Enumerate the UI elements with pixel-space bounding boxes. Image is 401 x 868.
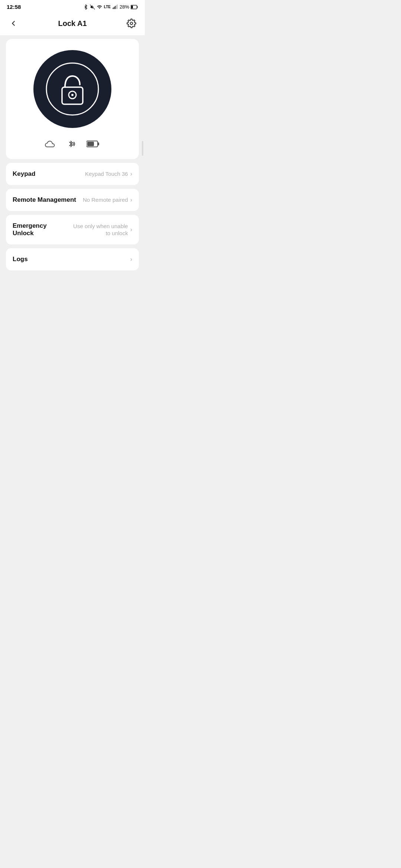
svg-point-9 xyxy=(130,22,133,25)
emergency-unlock-chevron: › xyxy=(130,226,132,233)
remote-management-chevron: › xyxy=(130,197,132,203)
svg-rect-2 xyxy=(114,7,114,9)
svg-rect-7 xyxy=(137,6,138,8)
svg-rect-15 xyxy=(98,142,99,145)
svg-rect-5 xyxy=(117,4,118,9)
keypad-chevron: › xyxy=(130,171,132,177)
mute-status-icon xyxy=(90,4,95,10)
page-title: Lock A1 xyxy=(58,19,87,28)
battery-icon xyxy=(131,5,138,9)
svg-rect-8 xyxy=(131,6,133,9)
wifi-status-icon xyxy=(97,4,102,10)
scrollbar xyxy=(142,141,143,156)
battery-percent-label: 28% xyxy=(120,4,129,10)
app-header: Lock A1 xyxy=(0,12,145,35)
remote-management-label: Remote Management xyxy=(13,196,76,204)
remote-management-value: No Remote paired xyxy=(83,196,128,204)
emergency-unlock-value: Use only when unable to unlock xyxy=(69,223,128,237)
emergency-unlock-right: Use only when unable to unlock › xyxy=(69,223,132,237)
lock-status-row xyxy=(45,140,100,148)
logs-label: Logs xyxy=(13,256,28,263)
svg-point-10 xyxy=(46,63,98,115)
keypad-menu-item[interactable]: Keypad Keypad Touch 36 › xyxy=(6,163,139,185)
logs-menu-item[interactable]: Logs › xyxy=(6,248,139,270)
signal-status-icon xyxy=(112,4,118,10)
svg-rect-1 xyxy=(113,7,114,9)
lock-card xyxy=(6,39,139,159)
emergency-unlock-menu-item[interactable]: Emergency Unlock Use only when unable to… xyxy=(6,215,139,244)
menu-section: Keypad Keypad Touch 36 › Remote Manageme… xyxy=(6,163,139,270)
lock-icon-circle[interactable] xyxy=(33,50,111,128)
logs-right: › xyxy=(128,256,132,263)
keypad-label: Keypad xyxy=(13,170,35,178)
status-time: 12:58 xyxy=(7,4,21,10)
svg-rect-16 xyxy=(87,142,94,146)
cloud-status-icon xyxy=(45,140,55,148)
bluetooth-device-icon xyxy=(66,140,76,148)
device-battery-icon xyxy=(87,140,100,148)
remote-management-right: No Remote paired › xyxy=(83,196,132,204)
logs-chevron: › xyxy=(130,256,132,263)
status-bar: 12:58 LTE 28 xyxy=(0,0,145,12)
back-button[interactable] xyxy=(7,17,20,30)
status-icons-group: LTE 28% xyxy=(83,4,138,10)
svg-point-13 xyxy=(71,94,74,96)
settings-button[interactable] xyxy=(125,17,138,30)
keypad-right: Keypad Touch 36 › xyxy=(85,170,132,178)
bluetooth-status-icon xyxy=(83,4,88,10)
svg-rect-3 xyxy=(115,6,115,9)
lte-status-icon: LTE xyxy=(104,5,111,9)
emergency-unlock-label: Emergency Unlock xyxy=(13,222,69,237)
keypad-value: Keypad Touch 36 xyxy=(85,170,128,178)
remote-management-menu-item[interactable]: Remote Management No Remote paired › xyxy=(6,189,139,211)
svg-rect-4 xyxy=(116,5,117,9)
